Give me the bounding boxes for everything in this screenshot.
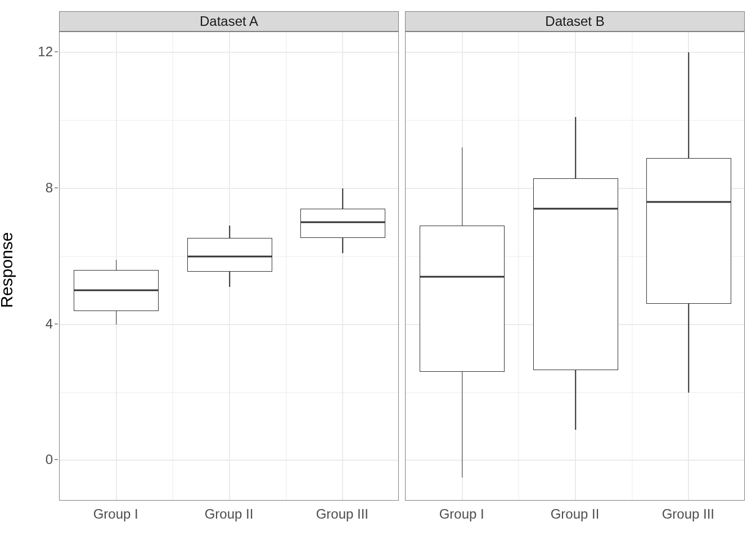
y-tick-mark <box>55 460 58 460</box>
median-line <box>74 290 159 291</box>
whisker <box>229 226 230 237</box>
y-tick-label: 8 <box>30 180 53 196</box>
x-tick-label: Group I <box>439 506 484 522</box>
x-tick-label: Group II <box>205 506 254 522</box>
panel-dataset-b <box>405 32 745 501</box>
facet-strip-a: Dataset A <box>59 11 399 32</box>
box <box>533 178 618 370</box>
box <box>187 238 272 272</box>
y-tick-mark <box>55 323 58 324</box>
y-axis-title: Response <box>0 232 16 308</box>
whisker <box>229 272 230 287</box>
panel-dataset-a <box>59 32 399 501</box>
whisker <box>116 260 117 270</box>
facet-label-b: Dataset B <box>545 14 604 29</box>
median-line <box>187 255 272 257</box>
grid-line <box>342 32 343 500</box>
median-line <box>646 201 731 203</box>
median-line <box>533 208 618 210</box>
x-tick-label: Group II <box>551 506 600 522</box>
whisker <box>343 238 344 253</box>
grid-line-minor <box>173 32 173 500</box>
whisker <box>462 372 463 477</box>
whisker <box>688 52 690 158</box>
y-tick-label: 0 <box>30 452 53 467</box>
whisker <box>575 370 576 430</box>
y-tick-mark <box>55 188 58 188</box>
box <box>420 226 505 372</box>
chart-container: Response 04812 Dataset A Dataset B Group… <box>0 0 756 540</box>
y-tick-label: 12 <box>30 44 53 60</box>
facet-label-a: Dataset A <box>200 14 258 29</box>
y-tick-mark <box>55 52 58 52</box>
x-tick-label: Group III <box>316 506 368 522</box>
whisker <box>343 188 344 209</box>
x-tick-label: Group III <box>662 506 714 522</box>
whisker <box>688 304 690 392</box>
whisker <box>462 147 463 226</box>
median-line <box>420 276 505 278</box>
box <box>300 209 385 237</box>
grid-line-minor <box>632 32 632 500</box>
grid-line-minor <box>286 32 286 500</box>
whisker <box>575 117 576 178</box>
facet-strip-b: Dataset B <box>405 11 745 32</box>
grid-line-minor <box>519 32 519 500</box>
median-line <box>300 222 385 223</box>
whisker <box>116 311 117 325</box>
box <box>646 158 731 304</box>
y-tick-label: 4 <box>30 316 53 332</box>
x-tick-label: Group I <box>93 506 138 522</box>
